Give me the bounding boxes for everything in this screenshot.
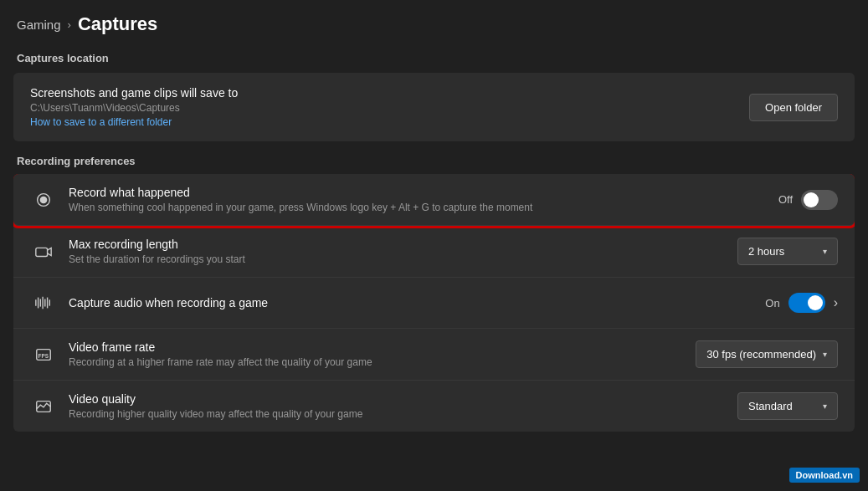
svg-point-1 [40,197,46,202]
capture-audio-text: Capture audio when recording a game [69,296,268,309]
video-quality-text: Video quality Recording higher quality v… [69,392,362,420]
video-frame-rate-value: 30 fps (recommended) [706,348,816,361]
record-what-happened-name: Record what happened [69,186,532,199]
max-recording-length-right: 2 hours ▾ [737,238,838,265]
breadcrumb: Gaming › Captures [0,0,868,45]
svg-text:FPS: FPS [39,352,49,358]
capture-audio-toggle-label: On [765,297,779,309]
video-quality-value: Standard [748,400,793,412]
video-frame-rate-dropdown[interactable]: 30 fps (recommended) ▾ [696,340,838,368]
captures-location-info: Screenshots and game clips will save to … [30,86,238,128]
breadcrumb-gaming[interactable]: Gaming [17,18,61,32]
video-frame-rate-name: Video frame rate [69,340,372,354]
record-what-happened-desc: When something cool happened in your gam… [69,202,532,213]
max-recording-length-desc: Set the duration for recordings you star… [69,253,245,265]
max-recording-length-name: Max recording length [69,238,245,251]
video-frame-rate-left: FPS Video frame rate Recording at a high… [30,340,372,368]
captures-location-card: Screenshots and game clips will save to … [13,73,855,141]
recording-section-label: Recording preferences [0,151,868,174]
max-recording-length-text: Max recording length Set the duration fo… [69,238,245,265]
capture-audio-row: Capture audio when recording a game On › [13,278,855,329]
watermark: Download.vn [789,468,860,483]
captures-location-path: C:\Users\Tuanm\Videos\Captures [30,102,238,114]
page-title: Captures [78,13,157,35]
fps-icon: FPS [30,341,57,368]
record-icon [30,187,57,213]
record-toggle-label: Off [778,193,793,206]
captures-location-title: Screenshots and game clips will save to [30,86,238,100]
record-what-happened-right: Off [778,190,838,210]
open-folder-button[interactable]: Open folder [749,94,838,121]
captures-location-link[interactable]: How to save to a different folder [30,116,238,128]
max-recording-length-row: Max recording length Set the duration fo… [13,226,855,278]
video-quality-dropdown[interactable]: Standard ▾ [737,392,838,420]
capture-audio-left: Capture audio when recording a game [30,289,268,316]
video-quality-name: Video quality [69,392,362,406]
record-what-happened-left: Record what happened When something cool… [30,186,532,213]
svg-rect-2 [36,248,48,256]
video-frame-rate-text: Video frame rate Recording at a higher f… [69,340,372,368]
record-what-happened-text: Record what happened When something cool… [69,186,532,213]
quality-icon [30,393,57,420]
capture-audio-name: Capture audio when recording a game [69,296,268,309]
recording-settings-container: Record what happened When something cool… [13,174,855,432]
max-recording-length-dropdown[interactable]: 2 hours ▾ [737,238,838,265]
video-quality-row: Video quality Recording higher quality v… [13,381,855,432]
chevron-down-icon: ▾ [823,247,827,256]
max-recording-length-value: 2 hours [748,245,784,258]
camera-icon [30,238,57,265]
capture-audio-right: On › [765,293,838,313]
video-quality-left: Video quality Recording higher quality v… [30,392,362,420]
chevron-down-icon: ▾ [823,401,827,411]
captures-section-label: Captures location [0,45,868,73]
capture-audio-toggle[interactable] [788,293,825,313]
video-frame-rate-desc: Recording at a higher frame rate may aff… [69,356,372,368]
breadcrumb-chevron: › [68,18,71,31]
record-what-happened-row: Record what happened When something cool… [13,174,855,226]
video-frame-rate-row: FPS Video frame rate Recording at a high… [13,329,855,381]
max-recording-length-left: Max recording length Set the duration fo… [30,238,245,265]
video-quality-desc: Recording higher quality video may affec… [69,408,362,420]
capture-audio-expand-icon[interactable]: › [834,295,838,310]
video-quality-right: Standard ▾ [737,392,838,420]
video-frame-rate-right: 30 fps (recommended) ▾ [696,340,838,368]
audio-icon [30,289,57,316]
record-toggle[interactable] [801,190,838,210]
chevron-down-icon: ▾ [823,350,827,359]
